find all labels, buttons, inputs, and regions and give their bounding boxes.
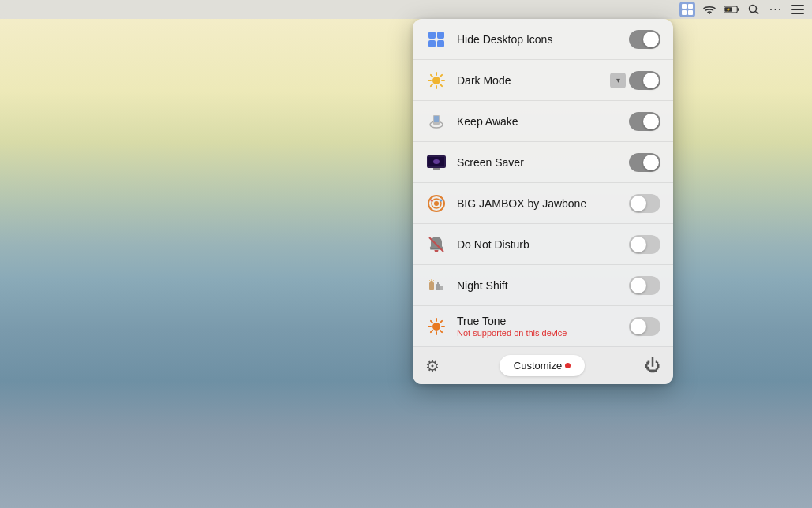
svg-rect-16 (428, 40, 436, 47)
battery-menubar-icon[interactable]: ⚡ (724, 2, 739, 17)
do-not-disturb-icon (425, 233, 447, 256)
svg-line-25 (440, 74, 442, 76)
hide-desktop-icons-toggle[interactable] (629, 30, 660, 49)
customize-button[interactable]: Customize (500, 355, 585, 376)
svg-rect-11 (791, 5, 804, 6)
screen-saver-label-wrap: Screen Saver (457, 156, 619, 169)
true-tone-toggle[interactable] (629, 317, 660, 336)
screen-saver-toggle[interactable] (629, 153, 660, 172)
svg-rect-29 (434, 116, 439, 122)
bottom-bar: ⚙ Customize ⏻ (413, 347, 673, 384)
desktop-background (0, 0, 812, 508)
search-menubar-icon[interactable] (746, 2, 761, 17)
true-tone-item: True Tone Not supported on this device (413, 306, 673, 347)
hide-desktop-icons-label: Hide Desktop Icons (457, 33, 619, 46)
night-shift-label-wrap: Night Shift (457, 279, 619, 292)
customize-dot (565, 363, 571, 368)
dark-mode-icon (425, 69, 447, 92)
true-tone-icon (425, 316, 447, 338)
do-not-disturb-knob (631, 237, 646, 252)
svg-point-4 (709, 13, 710, 14)
do-not-disturb-label-wrap: Do Not Disturb (457, 238, 619, 251)
true-tone-sublabel: Not supported on this device (457, 328, 619, 338)
svg-point-9 (750, 6, 757, 13)
svg-line-24 (440, 84, 442, 85)
dark-mode-toggle[interactable] (629, 71, 660, 90)
svg-rect-3 (688, 10, 693, 15)
keep-awake-icon (425, 110, 447, 133)
svg-rect-15 (437, 32, 444, 39)
svg-rect-43 (431, 281, 433, 283)
screen-saver-icon (425, 151, 447, 174)
dropdown-panel: Hide Desktop Icons Dark Mode ▾ (413, 19, 673, 384)
hide-desktop-icons-icon (425, 28, 447, 50)
svg-rect-49 (440, 286, 443, 290)
big-jambox-toggle[interactable] (629, 194, 660, 213)
svg-rect-14 (428, 32, 436, 39)
dark-mode-chevron[interactable]: ▾ (610, 73, 626, 88)
keep-awake-knob (643, 114, 659, 129)
do-not-disturb-toggle[interactable] (629, 235, 660, 254)
svg-rect-48 (437, 282, 439, 285)
svg-rect-17 (437, 40, 444, 47)
night-shift-toggle[interactable] (629, 276, 660, 295)
wifi-menubar-icon[interactable] (702, 2, 717, 17)
night-shift-icon (425, 275, 447, 297)
big-jambox-knob (631, 196, 646, 211)
keep-awake-toggle[interactable] (629, 112, 660, 131)
svg-point-32 (433, 159, 440, 164)
svg-line-56 (440, 330, 442, 331)
svg-line-10 (755, 11, 758, 14)
svg-line-45 (429, 280, 431, 282)
hide-desktop-icons-item: Hide Desktop Icons (413, 19, 673, 60)
menubar: ⚡ ··· (0, 0, 812, 19)
hide-desktop-icons-label-wrap: Hide Desktop Icons (457, 33, 619, 46)
dark-mode-label: Dark Mode (457, 74, 601, 87)
big-jambox-item: BIG JAMBOX by Jawbone (413, 183, 673, 224)
svg-rect-2 (682, 10, 687, 15)
gear-icon[interactable]: ⚙ (425, 357, 440, 375)
grid-menubar-icon[interactable] (679, 2, 695, 17)
svg-rect-0 (682, 4, 687, 9)
dark-mode-knob (643, 73, 659, 88)
dark-mode-item: Dark Mode ▾ (413, 60, 673, 101)
svg-line-55 (431, 320, 432, 322)
screen-saver-knob (643, 155, 659, 170)
svg-rect-33 (433, 168, 440, 170)
svg-line-26 (431, 84, 432, 85)
svg-line-46 (433, 280, 435, 282)
true-tone-label-wrap: True Tone Not supported on this device (457, 315, 619, 338)
big-jambox-label-wrap: BIG JAMBOX by Jawbone (457, 197, 619, 210)
night-shift-knob (631, 278, 646, 293)
list-menubar-icon[interactable] (790, 2, 806, 17)
svg-point-39 (440, 199, 443, 201)
keep-awake-item: Keep Awake (413, 101, 673, 142)
true-tone-label: True Tone (457, 315, 619, 327)
big-jambox-label: BIG JAMBOX by Jawbone (457, 197, 619, 210)
power-icon[interactable]: ⏻ (645, 357, 660, 375)
svg-rect-47 (436, 284, 440, 290)
svg-line-23 (431, 74, 432, 76)
dark-mode-controls: ▾ (610, 71, 660, 90)
do-not-disturb-item: Do Not Disturb (413, 224, 673, 265)
screen-saver-label: Screen Saver (457, 156, 619, 169)
svg-point-37 (434, 201, 439, 206)
svg-rect-6 (738, 8, 739, 11)
svg-line-58 (431, 330, 432, 331)
svg-point-38 (431, 199, 433, 201)
svg-text:⚡: ⚡ (726, 7, 731, 13)
night-shift-label: Night Shift (457, 279, 619, 292)
big-jambox-icon (425, 192, 447, 215)
customize-label: Customize (514, 360, 562, 372)
keep-awake-label-wrap: Keep Awake (457, 115, 619, 128)
dark-mode-label-wrap: Dark Mode (457, 74, 601, 87)
true-tone-knob (631, 319, 646, 334)
do-not-disturb-label: Do Not Disturb (457, 238, 619, 251)
svg-point-18 (432, 77, 440, 84)
svg-rect-12 (791, 9, 804, 10)
night-shift-item: Night Shift (413, 265, 673, 306)
more-menubar-icon[interactable]: ··· (768, 2, 784, 17)
svg-point-50 (432, 323, 440, 331)
hide-desktop-icons-knob (643, 32, 659, 47)
screen-saver-item: Screen Saver (413, 142, 673, 183)
